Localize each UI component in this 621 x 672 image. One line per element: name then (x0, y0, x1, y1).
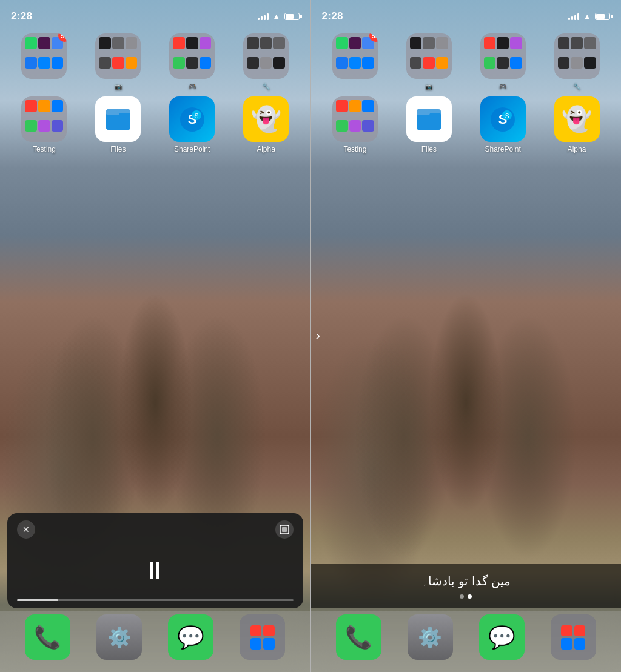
mini-slack-r (349, 37, 361, 49)
alpha-icon[interactable]: 👻 (243, 96, 289, 142)
mini-slack (38, 37, 50, 49)
testing-icon[interactable] (21, 96, 67, 142)
media-expand-button[interactable] (275, 520, 294, 539)
signal-bar-r3 (574, 15, 576, 20)
testing-folder-r (332, 96, 378, 142)
app-item-tools-folder[interactable]: 🔧 (236, 33, 297, 90)
mini-misc3 (250, 638, 262, 650)
mini-tool1-r (558, 37, 570, 49)
mini-cam1-r (410, 37, 422, 49)
app-item-games-folder-r[interactable]: 🎮 (472, 33, 533, 90)
mini-game-dark2-r (497, 57, 509, 69)
mini-orange-r (436, 57, 448, 69)
app-item-social-folder[interactable]: 59 (14, 33, 75, 90)
messages-icon-r[interactable]: 💬 (479, 614, 525, 660)
games-folder-icon-r[interactable] (480, 33, 526, 79)
messages-icon[interactable]: 💬 (168, 614, 213, 660)
camera-folder-icon-r[interactable] (406, 33, 452, 79)
mini-game-green (173, 57, 185, 69)
dock-settings-r[interactable]: ⚙️ (408, 614, 453, 660)
alpha-label: Alpha (257, 145, 275, 153)
app-item-files[interactable]: Files (88, 96, 149, 153)
app-item-games-folder[interactable]: 🎮 (162, 33, 223, 90)
app-row-2-right: Testing Files S (318, 96, 614, 153)
wifi-icon-left: ▲ (272, 12, 281, 21)
dock-phone[interactable]: 📞 (25, 614, 70, 660)
tools-folder-icon[interactable] (243, 33, 289, 79)
mini-tool3-r (584, 37, 596, 49)
phone-icon-r[interactable]: 📞 (336, 614, 381, 660)
settings-icon-r[interactable]: ⚙️ (408, 614, 453, 660)
svg-rect-11 (417, 109, 430, 115)
mini-cam2-r (423, 37, 435, 49)
files-icon[interactable] (95, 96, 141, 142)
dock-misc-r[interactable] (551, 614, 596, 660)
app-item-sharepoint[interactable]: S S SharePoint (162, 96, 223, 153)
app-item-files-r[interactable]: Files (398, 96, 459, 153)
mini-cam2 (112, 37, 124, 49)
social-folder-icon[interactable]: 59 (21, 33, 67, 79)
svg-rect-8 (282, 527, 287, 532)
app-item-tools-folder-r[interactable]: 🔧 (546, 33, 607, 90)
app-item-social-folder-r[interactable]: 59 (324, 33, 385, 90)
right-phone-screen: 2:28 ▲ (311, 0, 622, 672)
testing-label-r: Testing (343, 145, 366, 153)
app-item-sharepoint-r[interactable]: S S SharePoint (472, 96, 533, 153)
status-bar-right: 2:28 ▲ (311, 0, 622, 27)
games-folder (169, 33, 215, 79)
settings-icon[interactable]: ⚙️ (96, 614, 142, 660)
status-icons-right: ▲ (568, 12, 610, 21)
svg-rect-10 (417, 113, 441, 130)
tools-folder-icon-r[interactable] (554, 33, 600, 79)
sharepoint-icon[interactable]: S S (169, 96, 215, 142)
signal-bar-1 (258, 18, 260, 20)
testing-icon-r[interactable] (332, 96, 378, 142)
mini-game-purple-r (510, 37, 522, 49)
app-row-2-left: Testing Files S (7, 96, 303, 153)
sharepoint-label: SharePoint (174, 145, 210, 153)
mini-cam4 (99, 57, 111, 69)
media-progress-bar[interactable] (17, 599, 294, 601)
app-item-testing-r[interactable]: Testing (324, 96, 385, 153)
app-item-testing[interactable]: Testing (14, 96, 75, 153)
dock-misc[interactable] (240, 614, 285, 660)
files-icon-r[interactable] (406, 96, 452, 142)
social-folder-icon-r[interactable]: 59 (332, 33, 378, 79)
mini-t6-r (362, 120, 374, 132)
mini-tool1 (247, 37, 259, 49)
battery-fill-right (596, 14, 605, 19)
alpha-icon-r[interactable]: 👻 (554, 96, 600, 142)
battery-fill-left (286, 14, 294, 19)
app-item-alpha[interactable]: 👻 Alpha (236, 96, 297, 153)
dock-right: 📞 ⚙️ 💬 (311, 611, 622, 672)
app-item-alpha-r[interactable]: 👻 Alpha (546, 96, 607, 153)
alpha-label-r: Alpha (568, 145, 586, 153)
lyrics-text: مین گدا تو بادشاہ (323, 574, 609, 588)
phone-icon[interactable]: 📞 (25, 614, 70, 660)
mini-cam3 (126, 37, 138, 49)
misc-icon[interactable] (240, 614, 285, 660)
page-dot-1 (460, 594, 464, 599)
tools-folder-label: 🔧 (263, 82, 270, 90)
dock-phone-r[interactable]: 📞 (336, 614, 381, 660)
pause-button[interactable]: ⏸ (143, 557, 167, 584)
battery-icon-right (595, 13, 610, 20)
misc-icon-r[interactable] (551, 614, 596, 660)
sharepoint-icon-r[interactable]: S S (480, 96, 526, 142)
chevron-right-icon[interactable]: › (316, 328, 320, 344)
games-folder-icon[interactable] (169, 33, 215, 79)
mini-misc1 (250, 625, 262, 637)
dock-settings[interactable]: ⚙️ (96, 614, 142, 660)
mini-messenger (38, 57, 50, 69)
mini-blue-r (362, 57, 374, 69)
dock-messages-r[interactable]: 💬 (479, 614, 525, 660)
app-item-camera-folder[interactable]: 📷 (88, 33, 149, 90)
camera-folder-icon[interactable] (95, 33, 141, 79)
mini-misc1-r (561, 625, 572, 637)
app-item-camera-folder-r[interactable]: 📷 (398, 33, 459, 90)
mini-game-dark1-r (497, 37, 509, 49)
lyrics-overlay: مین گدا تو بادشاہ (311, 564, 622, 608)
media-close-button[interactable]: ✕ (17, 520, 35, 539)
left-phone-screen: 2:28 ▲ (0, 0, 310, 672)
dock-messages[interactable]: 💬 (168, 614, 213, 660)
